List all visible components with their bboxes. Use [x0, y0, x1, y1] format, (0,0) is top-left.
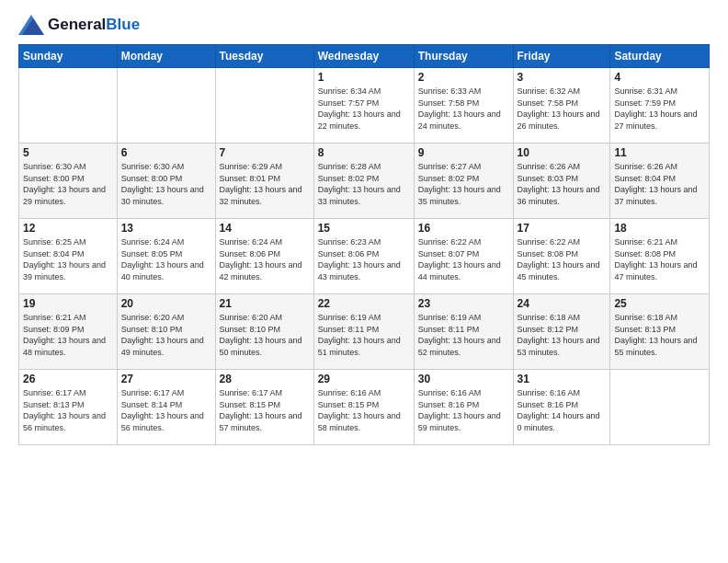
table-cell: 17Sunrise: 6:22 AMSunset: 8:08 PMDayligh…	[513, 219, 610, 294]
calendar-week-row: 1Sunrise: 6:34 AMSunset: 7:57 PMDaylight…	[19, 68, 710, 144]
table-cell: 29Sunrise: 6:16 AMSunset: 8:15 PMDayligh…	[313, 370, 414, 445]
table-cell: 30Sunrise: 6:16 AMSunset: 8:16 PMDayligh…	[414, 370, 513, 445]
day-info: Sunrise: 6:34 AMSunset: 7:57 PMDaylight:…	[318, 86, 410, 132]
day-info: Sunrise: 6:30 AMSunset: 8:00 PMDaylight:…	[121, 161, 211, 207]
calendar-header-row: Sunday Monday Tuesday Wednesday Thursday…	[19, 45, 710, 68]
day-number: 16	[418, 222, 509, 235]
table-cell	[610, 370, 710, 445]
table-cell: 22Sunrise: 6:19 AMSunset: 8:11 PMDayligh…	[313, 294, 414, 370]
day-number: 26	[23, 373, 113, 385]
day-number: 24	[518, 297, 607, 310]
logo-general: General	[48, 16, 106, 33]
day-info: Sunrise: 6:21 AMSunset: 8:09 PMDaylight:…	[23, 312, 113, 358]
table-cell	[215, 68, 313, 144]
table-cell: 14Sunrise: 6:24 AMSunset: 8:06 PMDayligh…	[215, 219, 313, 294]
day-number: 17	[518, 222, 607, 235]
calendar-week-row: 5Sunrise: 6:30 AMSunset: 8:00 PMDaylight…	[19, 144, 710, 219]
table-cell: 9Sunrise: 6:27 AMSunset: 8:02 PMDaylight…	[414, 144, 513, 219]
table-cell: 13Sunrise: 6:24 AMSunset: 8:05 PMDayligh…	[117, 219, 215, 294]
logo-icon	[18, 15, 44, 35]
table-cell: 8Sunrise: 6:28 AMSunset: 8:02 PMDaylight…	[313, 144, 414, 219]
col-friday: Friday	[513, 45, 610, 68]
day-info: Sunrise: 6:20 AMSunset: 8:10 PMDaylight:…	[220, 312, 310, 358]
day-number: 18	[614, 222, 705, 235]
day-info: Sunrise: 6:24 AMSunset: 8:06 PMDaylight:…	[220, 236, 310, 282]
calendar-table: Sunday Monday Tuesday Wednesday Thursday…	[18, 44, 710, 445]
day-info: Sunrise: 6:22 AMSunset: 8:08 PMDaylight:…	[518, 236, 607, 282]
table-cell: 3Sunrise: 6:32 AMSunset: 7:58 PMDaylight…	[513, 68, 610, 144]
day-info: Sunrise: 6:28 AMSunset: 8:02 PMDaylight:…	[318, 161, 410, 207]
day-number: 21	[220, 297, 310, 310]
table-cell: 10Sunrise: 6:26 AMSunset: 8:03 PMDayligh…	[513, 144, 610, 219]
logo: GeneralBlue	[18, 15, 140, 35]
day-number: 22	[318, 297, 410, 310]
day-number: 11	[614, 146, 705, 159]
day-info: Sunrise: 6:17 AMSunset: 8:14 PMDaylight:…	[121, 387, 211, 433]
table-cell: 28Sunrise: 6:17 AMSunset: 8:15 PMDayligh…	[215, 370, 313, 445]
table-cell: 6Sunrise: 6:30 AMSunset: 8:00 PMDaylight…	[117, 144, 215, 219]
day-number: 25	[614, 297, 705, 310]
table-cell: 2Sunrise: 6:33 AMSunset: 7:58 PMDaylight…	[414, 68, 513, 144]
header: GeneralBlue	[18, 15, 710, 35]
day-number: 12	[23, 222, 113, 235]
table-cell: 1Sunrise: 6:34 AMSunset: 7:57 PMDaylight…	[313, 68, 414, 144]
day-number: 31	[518, 373, 607, 385]
table-cell: 21Sunrise: 6:20 AMSunset: 8:10 PMDayligh…	[215, 294, 313, 370]
day-number: 10	[518, 146, 607, 159]
day-number: 29	[318, 373, 410, 385]
day-number: 20	[121, 297, 211, 310]
day-info: Sunrise: 6:16 AMSunset: 8:15 PMDaylight:…	[318, 387, 410, 433]
table-cell: 15Sunrise: 6:23 AMSunset: 8:06 PMDayligh…	[313, 219, 414, 294]
table-cell: 31Sunrise: 6:16 AMSunset: 8:16 PMDayligh…	[513, 370, 610, 445]
table-cell: 27Sunrise: 6:17 AMSunset: 8:14 PMDayligh…	[117, 370, 215, 445]
day-info: Sunrise: 6:26 AMSunset: 8:03 PMDaylight:…	[518, 161, 607, 207]
day-info: Sunrise: 6:20 AMSunset: 8:10 PMDaylight:…	[121, 312, 211, 358]
day-number: 15	[318, 222, 410, 235]
table-cell: 25Sunrise: 6:18 AMSunset: 8:13 PMDayligh…	[610, 294, 710, 370]
day-number: 14	[220, 222, 310, 235]
day-info: Sunrise: 6:25 AMSunset: 8:04 PMDaylight:…	[23, 236, 113, 282]
day-info: Sunrise: 6:17 AMSunset: 8:13 PMDaylight:…	[23, 387, 113, 433]
table-cell	[19, 68, 118, 144]
col-wednesday: Wednesday	[313, 45, 414, 68]
day-info: Sunrise: 6:23 AMSunset: 8:06 PMDaylight:…	[318, 236, 410, 282]
day-number: 2	[418, 71, 509, 84]
day-number: 8	[318, 146, 410, 159]
table-cell: 5Sunrise: 6:30 AMSunset: 8:00 PMDaylight…	[19, 144, 118, 219]
day-info: Sunrise: 6:33 AMSunset: 7:58 PMDaylight:…	[418, 86, 509, 132]
day-info: Sunrise: 6:22 AMSunset: 8:07 PMDaylight:…	[418, 236, 509, 282]
day-info: Sunrise: 6:29 AMSunset: 8:01 PMDaylight:…	[220, 161, 310, 207]
day-number: 30	[418, 373, 509, 385]
table-cell: 4Sunrise: 6:31 AMSunset: 7:59 PMDaylight…	[610, 68, 710, 144]
day-info: Sunrise: 6:32 AMSunset: 7:58 PMDaylight:…	[518, 86, 607, 132]
table-cell: 26Sunrise: 6:17 AMSunset: 8:13 PMDayligh…	[19, 370, 118, 445]
day-info: Sunrise: 6:16 AMSunset: 8:16 PMDaylight:…	[418, 387, 509, 433]
calendar-page: GeneralBlue Sunday Monday Tuesday Wednes…	[0, 0, 728, 563]
day-number: 9	[418, 146, 509, 159]
day-number: 23	[418, 297, 509, 310]
table-cell: 16Sunrise: 6:22 AMSunset: 8:07 PMDayligh…	[414, 219, 513, 294]
day-number: 3	[518, 71, 607, 84]
table-cell: 12Sunrise: 6:25 AMSunset: 8:04 PMDayligh…	[19, 219, 118, 294]
day-number: 4	[614, 71, 705, 84]
day-info: Sunrise: 6:26 AMSunset: 8:04 PMDaylight:…	[614, 161, 705, 207]
day-number: 7	[220, 146, 310, 159]
table-cell: 19Sunrise: 6:21 AMSunset: 8:09 PMDayligh…	[19, 294, 118, 370]
day-number: 5	[23, 146, 113, 159]
day-number: 27	[121, 373, 211, 385]
logo-blue: Blue	[106, 16, 140, 33]
day-info: Sunrise: 6:27 AMSunset: 8:02 PMDaylight:…	[418, 161, 509, 207]
day-info: Sunrise: 6:31 AMSunset: 7:59 PMDaylight:…	[614, 86, 705, 132]
day-info: Sunrise: 6:16 AMSunset: 8:16 PMDaylight:…	[518, 387, 607, 433]
day-number: 1	[318, 71, 410, 84]
day-info: Sunrise: 6:30 AMSunset: 8:00 PMDaylight:…	[23, 161, 113, 207]
day-number: 6	[121, 146, 211, 159]
table-cell: 20Sunrise: 6:20 AMSunset: 8:10 PMDayligh…	[117, 294, 215, 370]
col-sunday: Sunday	[19, 45, 118, 68]
table-cell	[117, 68, 215, 144]
calendar-week-row: 19Sunrise: 6:21 AMSunset: 8:09 PMDayligh…	[19, 294, 710, 370]
day-info: Sunrise: 6:18 AMSunset: 8:12 PMDaylight:…	[518, 312, 607, 358]
table-cell: 7Sunrise: 6:29 AMSunset: 8:01 PMDaylight…	[215, 144, 313, 219]
col-thursday: Thursday	[414, 45, 513, 68]
day-info: Sunrise: 6:19 AMSunset: 8:11 PMDaylight:…	[418, 312, 509, 358]
